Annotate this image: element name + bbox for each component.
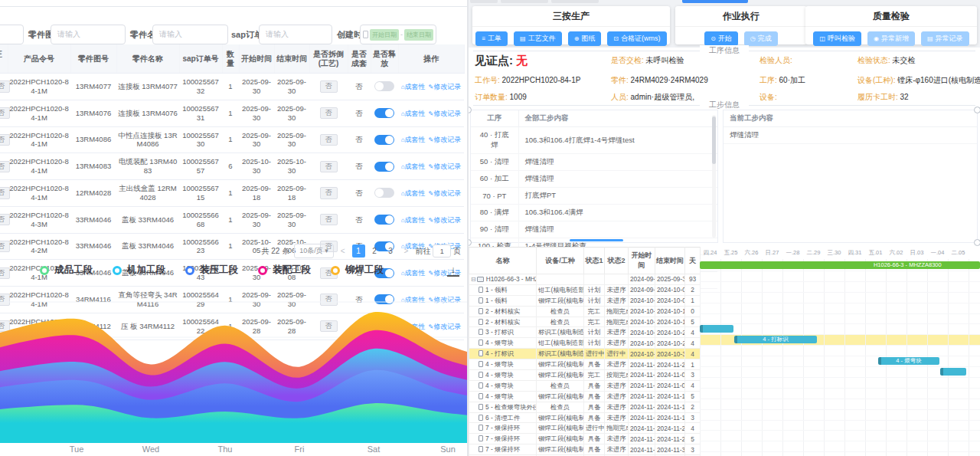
gantt-row[interactable]: 5 - 检查煨弯块外径检查员具备未进序2024-11-142024-11-162 [469,402,701,412]
create-time-range-picker[interactable]: 开始日期 - 结束日期 [360,25,436,44]
modify-record-link[interactable]: ✎修改记录 [429,189,462,197]
release-toggle[interactable] [374,162,394,172]
gantt-row[interactable]: 4 - 煨弯块铆焊工段(核电制造部)具备未进序2024-11-092024-11… [469,391,701,402]
table-row[interactable]: 否2022HPCH1020-84-1M13RM4077连接板 13RM40771… [0,74,464,100]
tab-stub[interactable] [501,0,548,3]
button-合格证(wms)[interactable]: ⊡合格证(wms) [607,31,666,46]
gantt-cell: 2024-11-19 [629,423,655,434]
gantt-row[interactable]: 3 - 打标识标识工(核电制造部)计划未进序2024-10-182024-10-… [469,327,701,338]
button-工艺文件[interactable]: ▤工艺文件 [514,31,562,46]
gantt-row[interactable]: 6 - 清理工件铆焊工段(核电制造部)具备未进序2024-11-162024-1… [469,412,701,423]
step-row[interactable]: 50 · 清理焊缝清理 [471,154,717,171]
filter-input[interactable]: 请输入 [51,25,126,44]
button-呼叫检验[interactable]: ◫呼叫检验 [813,31,861,46]
legend-item[interactable]: 装压工段 [185,264,238,277]
gantt-row[interactable]: 4 - 煨弯块检查员具备未进序2024-11-052024-11-094 [469,380,701,391]
gantt-bar[interactable]: 4 - 煨弯块 [878,357,939,365]
page-number[interactable]: 2 [368,244,381,258]
gantt-date-label: 四.24 [704,249,717,257]
gantt-row[interactable]: 7 - 煨保持环铆焊工段(核电制造部)进行中拖期完成2024-11-192024… [469,423,701,434]
resize-handle[interactable] [974,107,980,113]
step-row[interactable]: 90 · 清理焊缝清理 [471,221,717,238]
gantt-row[interactable]: 4 - 煨弯块铆焊工段(核电制造部)具备未进序2024-11-282024-11… [469,359,701,370]
gantt-column-header: 开始时间 [629,248,655,274]
filter-input[interactable]: 请输入 [259,25,332,44]
steps-hscrollbar[interactable] [570,239,623,241]
next-page-button[interactable]: > [402,247,411,255]
button-完成[interactable]: ◷完成 [744,31,778,46]
table-row[interactable]: 否2022HPCH1020-84-1M12RM4028主出线盒盖 12RM402… [0,180,464,207]
date-end-input[interactable]: 结束日期 [404,29,433,41]
button-工单[interactable]: ≡工单 [475,31,508,46]
step-row[interactable]: 80 · 满焊106.3和106.4满焊 [471,205,717,221]
modify-record-link[interactable]: ✎修改记录 [429,136,462,143]
button-异常新增[interactable]: ◉异常新增 [867,31,915,46]
step-row[interactable]: 40 · 打底焊106.3和106.4打底焊1-4号焊缝test [471,127,717,154]
set-check-link[interactable]: ⌂成套性 [401,216,426,224]
page-size-select[interactable]: 10条/页 ▾ [294,244,334,258]
set-cell: 否 [348,206,371,233]
steps-scrollbar[interactable] [712,115,716,238]
collapse-icon[interactable]: ⊟ [471,276,476,283]
download-icon[interactable]: ↓ [447,264,459,277]
gantt-row[interactable]: 7 - 煨保持环铆焊工段(核电制造部)具备未进序2024-11-272024-1… [469,445,701,455]
clipped-filter-input[interactable] [0,25,24,44]
legend-item[interactable]: 装配工段 [258,264,311,277]
gantt-row[interactable]: 4 - 煨弯块铆焊工段(核电制造部)完工按期完成2024-11-022024-1… [469,370,701,381]
button-图纸[interactable]: ⊕图纸 [568,31,602,46]
modify-record-link[interactable]: ✎修改记录 [429,83,462,90]
modify-record-link[interactable]: ✎修改记录 [429,110,462,117]
table-row[interactable]: 否2022HPCH1020-84-1M13RM4076连接板 13RM40761… [0,100,464,126]
set-check-link[interactable]: ⌂成套性 [401,269,426,277]
step-content: 打底焊PT [518,188,717,205]
gantt-bar[interactable]: 4 - 打标识 [734,336,817,343]
set-check-link[interactable]: ⌂成套性 [401,83,426,90]
tab-stub-active[interactable] [682,0,748,3]
tab-stub[interactable] [551,0,599,3]
button-开始[interactable]: ⊙开始 [704,31,738,46]
button-异常记录[interactable]: ▤异常记录 [921,31,969,46]
gantt-cell: 2024-11-14 [629,402,655,412]
set-check-link[interactable]: ⌂成套性 [401,189,426,197]
legend-item[interactable]: 成品工段 [40,264,93,277]
gantt-row[interactable]: 4 - 打标识标识工(核电制造部)进行中进行中2024-10-262024-10… [469,349,701,359]
gantt-row[interactable]: 2 - 材料核实检查员完工拖期完成2024-10-092024-10-145 [469,317,701,327]
modify-record-link[interactable]: ✎修改记录 [429,216,462,224]
set-check-link[interactable]: ⌂成套性 [401,136,426,143]
page-number[interactable]: 3 [384,244,397,258]
gantt-bar[interactable] [700,325,733,333]
gantt-row[interactable]: 1 - 领料钳工(核电制造部)计划未进序2024-09-292024-10-01… [469,284,701,295]
resize-handle[interactable] [974,239,980,246]
legend-item[interactable]: 铆焊工段 [331,264,384,277]
gantt-row[interactable]: 4 - 煨弯块钳工(核电制造部)计划未进序2024-10-222024-10-2… [469,338,701,349]
release-toggle[interactable] [374,81,394,91]
table-row[interactable]: 否2022HPCH1020-84-3M33RM4046盖板 33RM404610… [0,206,464,233]
gantt-row[interactable]: 7 - 煨保持环铆焊工段(核电制造部)具备未进序2024-11-222024-1… [469,434,701,445]
gantt-rowline [700,323,980,324]
step-row[interactable]: 70 · PT打底焊PT [471,188,717,205]
gantt-row[interactable]: 2 - 材料核实检查员完工拖期完成2024-10-182024-10-190 [469,306,701,317]
table-row[interactable]: 否2022HPCH1020-84-1M13RM4086中性点连接板 13RM40… [0,126,464,153]
legend-item[interactable]: 机加工段 [113,264,165,277]
release-toggle[interactable] [374,108,394,118]
info-field: 设备(工种): 镗床-φ160进口(核电制造部) [858,75,980,86]
gantt-row[interactable]: ⊟H1026-66-3 - MHZZA83002024-09-182025-09… [469,274,701,285]
document-icon [479,372,483,378]
release-toggle[interactable] [374,188,394,198]
date-start-input[interactable]: 开始日期 [370,29,399,41]
page-number[interactable]: 1 [352,244,365,258]
set-check-link[interactable]: ⌂成套性 [401,162,426,170]
tab-stub[interactable] [470,0,498,3]
gantt-bar[interactable] [940,368,966,376]
modify-record-link[interactable]: ✎修改记录 [429,162,462,170]
set-check-link[interactable]: ⌂成套性 [401,110,426,117]
release-toggle[interactable] [374,135,394,145]
filter-input[interactable]: 请输入 [152,25,228,44]
gantt-bar[interactable]: H1026-66-3 - MHZZA8300 [700,261,980,269]
gantt-row[interactable]: 1 - 领料铆焊工段(核电制造部)计划未进序2024-10-042024-10-… [469,295,701,306]
prev-page-button[interactable]: < [338,247,348,255]
release-toggle[interactable] [374,215,394,225]
goto-page-input[interactable] [433,244,451,258]
step-row[interactable]: 60 · 加工焊缝清理 [471,171,717,188]
table-row[interactable]: 否2022HPCH1020-84-1M13RM4083电缆装配 13RM4083… [0,153,464,180]
